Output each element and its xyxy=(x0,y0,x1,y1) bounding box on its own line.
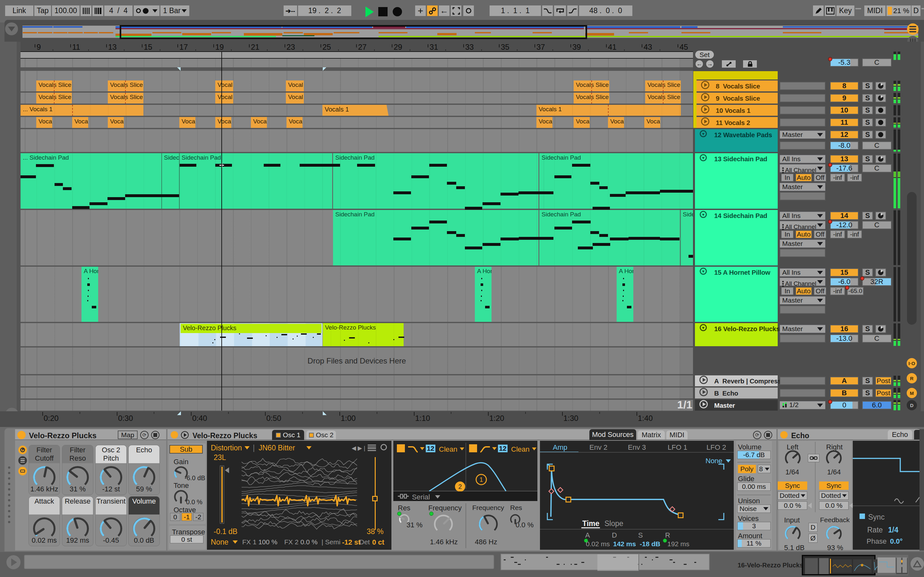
svg-text:2: 2 xyxy=(458,483,462,490)
svg-text:1: 1 xyxy=(479,476,483,483)
